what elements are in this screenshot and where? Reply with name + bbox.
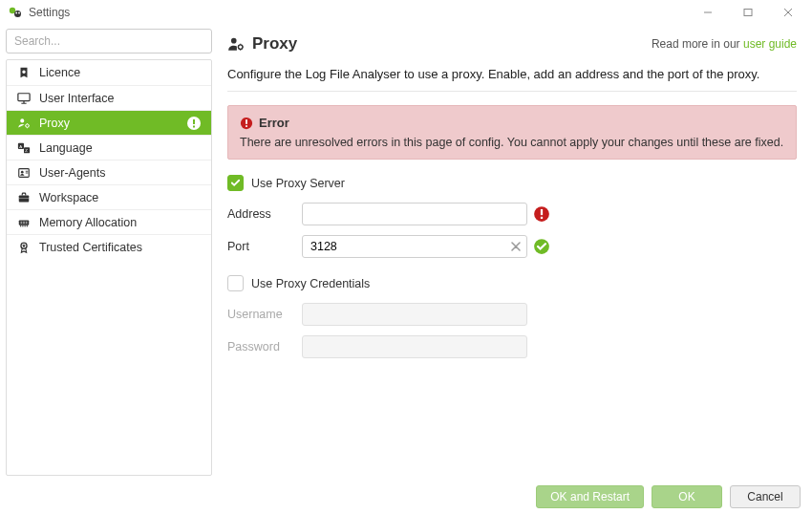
sidebar-item-language[interactable]: AZ Language (7, 135, 211, 160)
separator (227, 91, 797, 92)
password-label: Password (227, 340, 302, 353)
sidebar-item-user-agents[interactable]: User-Agents (7, 160, 211, 184)
check-icon (533, 238, 550, 255)
id-badge-icon (16, 165, 32, 181)
certificate-icon (16, 240, 32, 255)
svg-point-3 (18, 12, 20, 14)
svg-rect-30 (541, 209, 543, 215)
sidebar: Licence User Interface Proxy AZ Language (6, 59, 212, 476)
svg-rect-28 (246, 125, 247, 127)
password-input (302, 335, 527, 358)
alert-icon (186, 116, 202, 131)
person-gear-icon (227, 35, 245, 53)
sidebar-item-label: Memory Allocation (39, 216, 202, 229)
svg-rect-27 (246, 119, 247, 124)
address-label: Address (227, 207, 302, 221)
checkbox-icon (227, 275, 244, 291)
window-close-button[interactable] (768, 0, 808, 25)
use-proxy-label: Use Proxy Server (251, 177, 345, 190)
sidebar-item-label: User Interface (39, 92, 202, 105)
person-gear-icon (16, 116, 32, 131)
sidebar-item-licence[interactable]: Licence (7, 60, 211, 85)
username-label: Username (227, 308, 302, 321)
use-credentials-label: Use Proxy Credentials (251, 277, 370, 290)
error-body: There are unresolved errors in this page… (240, 136, 784, 149)
sidebar-item-memory-allocation[interactable]: Memory Allocation (7, 209, 211, 234)
svg-rect-31 (541, 217, 543, 219)
monitor-icon (16, 91, 32, 106)
user-guide-link[interactable]: user guide (743, 37, 797, 51)
sidebar-item-user-interface[interactable]: User Interface (7, 85, 211, 110)
svg-rect-21 (23, 221, 25, 224)
svg-rect-22 (26, 221, 28, 224)
app-icon (8, 5, 23, 20)
search-input[interactable] (6, 29, 212, 54)
svg-rect-18 (19, 198, 30, 199)
page-description: Configure the Log File Analyser to use a… (227, 67, 797, 81)
svg-rect-10 (193, 125, 195, 127)
svg-point-1 (14, 11, 21, 17)
window-minimize-button[interactable] (688, 0, 728, 25)
cancel-button[interactable]: Cancel (730, 485, 801, 508)
readmore-text: Read more in our user guide (652, 37, 797, 51)
use-credentials-checkbox[interactable]: Use Proxy Credentials (227, 275, 797, 291)
error-icon (240, 117, 253, 130)
sidebar-item-workspace[interactable]: Workspace (7, 184, 211, 209)
window-maximize-button[interactable] (728, 0, 768, 25)
sidebar-item-label: Proxy (39, 117, 186, 130)
error-box: Error There are unresolved errors in thi… (227, 105, 797, 160)
svg-rect-5 (18, 93, 30, 100)
svg-point-16 (21, 170, 24, 173)
svg-point-24 (231, 38, 237, 44)
username-input (302, 303, 527, 326)
svg-text:A: A (19, 143, 22, 148)
port-input[interactable] (302, 235, 527, 258)
translate-icon: AZ (16, 140, 32, 156)
sidebar-item-label: Trusted Certificates (39, 241, 202, 254)
svg-rect-9 (193, 119, 195, 124)
sidebar-item-label: Workspace (39, 191, 202, 204)
svg-text:Z: Z (25, 147, 28, 152)
address-input[interactable] (302, 203, 527, 225)
svg-point-6 (20, 118, 24, 122)
briefcase-icon (16, 190, 32, 205)
svg-point-2 (15, 12, 17, 14)
window-title: Settings (29, 6, 70, 19)
checkbox-icon (227, 175, 244, 191)
sidebar-item-label: User-Agents (39, 166, 202, 180)
sidebar-item-label: Licence (39, 66, 202, 79)
clear-icon[interactable] (510, 241, 522, 252)
sidebar-item-trusted-certificates[interactable]: Trusted Certificates (7, 234, 211, 259)
error-icon (533, 205, 550, 223)
ok-button[interactable]: OK (652, 485, 722, 508)
svg-rect-20 (21, 221, 23, 224)
svg-rect-4 (744, 10, 752, 16)
licence-icon (16, 65, 32, 80)
sidebar-item-label: Language (39, 141, 202, 155)
page-title: Proxy (252, 34, 297, 54)
port-label: Port (227, 240, 302, 253)
use-proxy-checkbox[interactable]: Use Proxy Server (227, 175, 797, 191)
ok-and-restart-button[interactable]: OK and Restart (536, 485, 644, 508)
sidebar-item-proxy[interactable]: Proxy (7, 110, 211, 135)
error-title: Error (259, 116, 289, 130)
memory-icon (16, 215, 32, 230)
